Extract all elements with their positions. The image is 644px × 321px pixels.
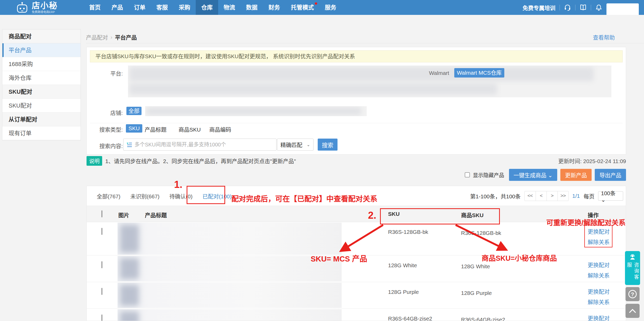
help-button[interactable]: ? (625, 287, 640, 301)
consult-support-button[interactable]: 咨询客服 (625, 251, 640, 285)
back-to-top-button[interactable] (625, 304, 640, 318)
sidebar-item-existing-orders[interactable]: 现有订单 (2, 126, 81, 140)
filter-panel: 平台店铺SKU与库存SKU一致或存在规则时，建议使用SKU配对更规范， 系统识别… (87, 47, 626, 154)
row-checkbox[interactable] (101, 228, 102, 235)
nav-item-warehouse[interactable]: 仓库 (196, 0, 218, 15)
annotation-step1: 1. (174, 179, 182, 190)
nav-item-data[interactable]: 数据 (241, 0, 263, 15)
row-sku: 128G White (388, 262, 417, 269)
nav-item-managed-mode[interactable]: 托管模式 (285, 0, 319, 15)
search-type-sku[interactable]: SKU (126, 124, 142, 133)
logo-subtitle: 免费跨境电商ERP (32, 11, 58, 14)
page-next-button[interactable]: > (547, 191, 557, 201)
pagination: 第1-100条，共100条 << < > >> 1/1 每页 100条 ⌄ (470, 191, 626, 201)
col-goods-sku: 商品SKU (461, 211, 483, 219)
search-type-product-title[interactable]: 产品标题 (145, 125, 167, 133)
nav-item-customer-service[interactable]: 客服 (151, 0, 173, 15)
tab-pending[interactable]: 待确认(0) (169, 192, 193, 200)
navbar-right: 免费专属培训 (523, 0, 639, 15)
product-image-title-blurred (118, 256, 342, 281)
nav-item-logistics[interactable]: 物流 (218, 0, 241, 15)
robot-logo-icon (16, 2, 28, 13)
change-pairing-link[interactable]: 更换配对 (588, 314, 610, 321)
nav-item-finance[interactable]: 财务 (263, 0, 285, 15)
search-type-goods-sku[interactable]: 商品SKU (179, 125, 201, 133)
nav-item-products[interactable]: 产品 (106, 0, 128, 15)
per-page-select[interactable]: 100条 ⌄ (598, 191, 623, 201)
update-products-button[interactable]: 更新产品 (560, 169, 592, 181)
change-pairing-link[interactable]: 更换配对 (588, 287, 610, 295)
page-first-button[interactable]: << (525, 191, 536, 201)
view-help-link[interactable]: 查看帮助 (593, 33, 615, 41)
sidebar-item-sku-pairing[interactable]: SKU配对 (2, 99, 81, 112)
platform-option-walmart[interactable]: Walmart (429, 70, 449, 76)
chevron-down-icon: ⌄ (307, 142, 310, 147)
row-checkbox[interactable] (101, 288, 102, 295)
row-goods-sku: 128G White (461, 263, 490, 270)
notification-dot (315, 2, 317, 5)
main-menu: 首页 产品 订单 客服 采购 仓库 物流 数据 财务 托管模式 服务 (84, 0, 342, 15)
page-prev-button[interactable]: < (536, 191, 547, 201)
tab-paired[interactable]: 已配对(100) (203, 192, 232, 200)
free-training-link[interactable]: 免费专属培训 (523, 4, 555, 11)
breadcrumb-parent[interactable]: 产品配对 (86, 33, 108, 41)
table-row: R36S-128GB-bk R36S-128GB-bk 更换配对 解除关系 (87, 222, 626, 255)
page-indicator: 1/1 (572, 193, 580, 199)
sidebar-item-1688-purchase[interactable]: 1688采购 (2, 57, 81, 71)
bell-icon[interactable] (595, 4, 602, 11)
nav-item-purchase[interactable]: 采购 (173, 0, 196, 15)
sidebar-item-platform-products[interactable]: 平台产品 (2, 43, 81, 57)
shop-options-blurred (145, 106, 367, 116)
change-pairing-link[interactable]: 更换配对 (588, 227, 610, 235)
table-header: 图片 产品标题 SKU 商品SKU 操作 (87, 206, 626, 222)
row-sku: R36S-64GB-zise2 (388, 316, 432, 321)
platform-option-walmart-mcs-selected[interactable]: Walmart MCS仓库 (454, 68, 504, 78)
row-checkbox[interactable] (101, 261, 102, 268)
product-image-title-blurred (118, 283, 342, 308)
generate-goods-button[interactable]: 一键生成商品 ⌄ (509, 169, 557, 181)
remove-relation-link[interactable]: 解除关系 (588, 298, 610, 306)
annotation-note-paired: 配对完成后，可在【已配对】中查看配对关系 (231, 193, 377, 204)
toolbar: 显示隐藏产品 一键生成商品 ⌄ 更新产品 导出产品 (87, 168, 626, 182)
manual-book-icon[interactable] (580, 4, 587, 11)
select-all-checkbox[interactable] (101, 210, 102, 217)
nav-item-orders[interactable]: 订单 (128, 0, 151, 15)
pagination-summary: 第1-100条，共100条 (470, 192, 521, 200)
annotation-sku-note: SKU= MCS 产品 (311, 253, 367, 264)
shop-all-tag[interactable]: 全部 (126, 107, 142, 115)
instructions-row: 说明 1、请先同步在线产品。2、同步完在线产品后，再到产品配对页点击"更新产品"… (87, 156, 626, 165)
top-navbar: 店小秘 免费跨境电商ERP 首页 产品 订单 客服 采购 仓库 物流 数据 财务… (0, 0, 644, 15)
divider (575, 5, 575, 10)
search-button[interactable]: 搜索 (318, 139, 338, 151)
headset-icon[interactable] (564, 4, 571, 11)
col-title: 产品标题 (145, 211, 167, 219)
change-pairing-link[interactable]: 更换配对 (588, 261, 610, 269)
search-type-goods-code[interactable]: 商品编码 (209, 125, 231, 133)
app-logo[interactable]: 店小秘 免费跨境电商ERP (16, 2, 58, 14)
page-last-button[interactable]: >> (557, 191, 568, 201)
page-title: 平台产品 (115, 33, 137, 41)
user-account-area[interactable] (606, 3, 639, 15)
remove-relation-link[interactable]: 解除关系 (588, 271, 610, 279)
search-type-label: 搜索类型: (92, 125, 123, 133)
export-products-button[interactable]: 导出产品 (595, 169, 626, 181)
row-checkbox[interactable] (101, 314, 102, 321)
search-input[interactable] (134, 142, 276, 148)
annotation-goods-sku-note: 商品SKU=小秘仓库商品 (482, 253, 557, 263)
breadcrumb-separator: › (111, 34, 112, 40)
tab-all[interactable]: 全部(767) (97, 192, 120, 200)
nav-item-home[interactable]: 首页 (84, 0, 106, 15)
nav-item-services[interactable]: 服务 (319, 0, 342, 15)
divider (560, 5, 560, 10)
sidebar-group-sku-pairing: SKU配对 (2, 85, 81, 99)
divider (591, 5, 591, 10)
annotation-step2: 2. (368, 210, 376, 221)
show-hidden-checkbox[interactable] (465, 172, 470, 177)
sidebar-item-overseas-warehouse[interactable]: 海外仓库 (2, 71, 81, 85)
row-goods-sku: R36S-128GB-bk (461, 230, 501, 236)
remove-relation-link[interactable]: 解除关系 (588, 238, 610, 246)
notice-banner: 平台店铺SKU与库存SKU一致或存在规则时，建议使用SKU配对更规范， 系统识别… (90, 50, 623, 62)
tab-unrecognized[interactable]: 未识别(667) (130, 192, 160, 200)
col-sku: SKU (388, 211, 400, 217)
match-mode-select[interactable]: 精确匹配 ⌄ (277, 139, 314, 151)
